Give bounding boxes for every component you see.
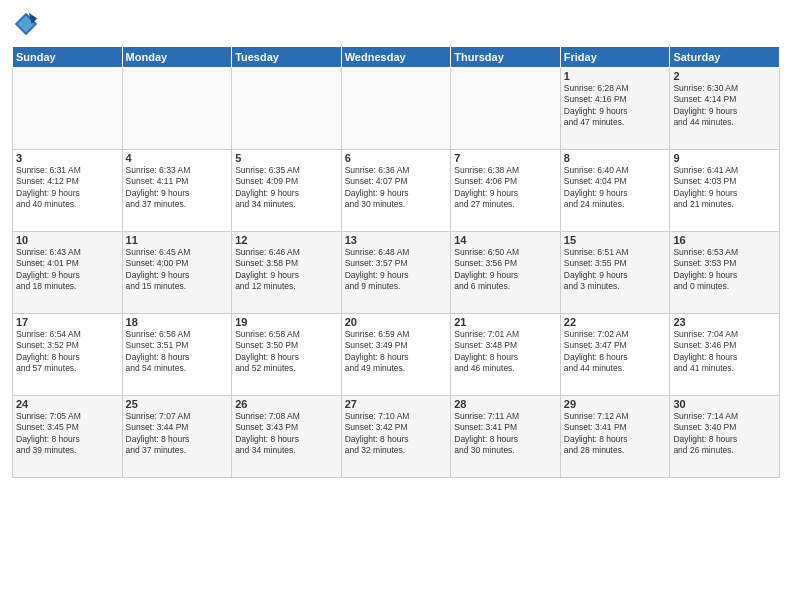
calendar-day-header: Friday [560, 47, 670, 68]
page: SundayMondayTuesdayWednesdayThursdayFrid… [0, 0, 792, 612]
day-info: Sunrise: 7:14 AM Sunset: 3:40 PM Dayligh… [673, 411, 776, 457]
day-number: 26 [235, 398, 338, 410]
day-info: Sunrise: 6:58 AM Sunset: 3:50 PM Dayligh… [235, 329, 338, 375]
day-number: 28 [454, 398, 557, 410]
day-number: 12 [235, 234, 338, 246]
day-info: Sunrise: 7:12 AM Sunset: 3:41 PM Dayligh… [564, 411, 667, 457]
day-number: 25 [126, 398, 229, 410]
calendar-cell: 29Sunrise: 7:12 AM Sunset: 3:41 PM Dayli… [560, 396, 670, 478]
day-number: 22 [564, 316, 667, 328]
calendar-cell: 18Sunrise: 6:56 AM Sunset: 3:51 PM Dayli… [122, 314, 232, 396]
day-number: 16 [673, 234, 776, 246]
day-info: Sunrise: 7:05 AM Sunset: 3:45 PM Dayligh… [16, 411, 119, 457]
calendar: SundayMondayTuesdayWednesdayThursdayFrid… [12, 46, 780, 478]
calendar-day-header: Tuesday [232, 47, 342, 68]
day-number: 21 [454, 316, 557, 328]
calendar-cell: 5Sunrise: 6:35 AM Sunset: 4:09 PM Daylig… [232, 150, 342, 232]
calendar-cell: 22Sunrise: 7:02 AM Sunset: 3:47 PM Dayli… [560, 314, 670, 396]
calendar-cell: 30Sunrise: 7:14 AM Sunset: 3:40 PM Dayli… [670, 396, 780, 478]
day-number: 3 [16, 152, 119, 164]
day-number: 13 [345, 234, 448, 246]
calendar-cell: 4Sunrise: 6:33 AM Sunset: 4:11 PM Daylig… [122, 150, 232, 232]
day-number: 30 [673, 398, 776, 410]
day-info: Sunrise: 6:59 AM Sunset: 3:49 PM Dayligh… [345, 329, 448, 375]
calendar-cell: 11Sunrise: 6:45 AM Sunset: 4:00 PM Dayli… [122, 232, 232, 314]
calendar-cell: 2Sunrise: 6:30 AM Sunset: 4:14 PM Daylig… [670, 68, 780, 150]
day-info: Sunrise: 6:46 AM Sunset: 3:58 PM Dayligh… [235, 247, 338, 293]
day-number: 11 [126, 234, 229, 246]
day-number: 23 [673, 316, 776, 328]
calendar-week-row: 3Sunrise: 6:31 AM Sunset: 4:12 PM Daylig… [13, 150, 780, 232]
calendar-header-row: SundayMondayTuesdayWednesdayThursdayFrid… [13, 47, 780, 68]
day-number: 5 [235, 152, 338, 164]
day-info: Sunrise: 6:50 AM Sunset: 3:56 PM Dayligh… [454, 247, 557, 293]
day-info: Sunrise: 6:36 AM Sunset: 4:07 PM Dayligh… [345, 165, 448, 211]
day-number: 1 [564, 70, 667, 82]
day-info: Sunrise: 6:45 AM Sunset: 4:00 PM Dayligh… [126, 247, 229, 293]
day-info: Sunrise: 6:51 AM Sunset: 3:55 PM Dayligh… [564, 247, 667, 293]
calendar-cell: 24Sunrise: 7:05 AM Sunset: 3:45 PM Dayli… [13, 396, 123, 478]
day-info: Sunrise: 6:28 AM Sunset: 4:16 PM Dayligh… [564, 83, 667, 129]
calendar-week-row: 10Sunrise: 6:43 AM Sunset: 4:01 PM Dayli… [13, 232, 780, 314]
calendar-cell: 1Sunrise: 6:28 AM Sunset: 4:16 PM Daylig… [560, 68, 670, 150]
calendar-cell: 15Sunrise: 6:51 AM Sunset: 3:55 PM Dayli… [560, 232, 670, 314]
day-number: 18 [126, 316, 229, 328]
calendar-cell: 26Sunrise: 7:08 AM Sunset: 3:43 PM Dayli… [232, 396, 342, 478]
day-number: 7 [454, 152, 557, 164]
calendar-cell: 9Sunrise: 6:41 AM Sunset: 4:03 PM Daylig… [670, 150, 780, 232]
day-number: 27 [345, 398, 448, 410]
day-info: Sunrise: 6:48 AM Sunset: 3:57 PM Dayligh… [345, 247, 448, 293]
day-info: Sunrise: 7:08 AM Sunset: 3:43 PM Dayligh… [235, 411, 338, 457]
calendar-cell: 13Sunrise: 6:48 AM Sunset: 3:57 PM Dayli… [341, 232, 451, 314]
day-info: Sunrise: 6:41 AM Sunset: 4:03 PM Dayligh… [673, 165, 776, 211]
calendar-cell: 19Sunrise: 6:58 AM Sunset: 3:50 PM Dayli… [232, 314, 342, 396]
day-number: 10 [16, 234, 119, 246]
day-number: 15 [564, 234, 667, 246]
calendar-cell: 27Sunrise: 7:10 AM Sunset: 3:42 PM Dayli… [341, 396, 451, 478]
logo [12, 10, 44, 38]
calendar-week-row: 17Sunrise: 6:54 AM Sunset: 3:52 PM Dayli… [13, 314, 780, 396]
day-info: Sunrise: 6:43 AM Sunset: 4:01 PM Dayligh… [16, 247, 119, 293]
calendar-cell: 6Sunrise: 6:36 AM Sunset: 4:07 PM Daylig… [341, 150, 451, 232]
calendar-cell [13, 68, 123, 150]
day-info: Sunrise: 6:38 AM Sunset: 4:06 PM Dayligh… [454, 165, 557, 211]
day-info: Sunrise: 7:01 AM Sunset: 3:48 PM Dayligh… [454, 329, 557, 375]
day-number: 6 [345, 152, 448, 164]
day-info: Sunrise: 6:54 AM Sunset: 3:52 PM Dayligh… [16, 329, 119, 375]
day-number: 14 [454, 234, 557, 246]
calendar-cell [341, 68, 451, 150]
calendar-week-row: 24Sunrise: 7:05 AM Sunset: 3:45 PM Dayli… [13, 396, 780, 478]
calendar-cell: 14Sunrise: 6:50 AM Sunset: 3:56 PM Dayli… [451, 232, 561, 314]
day-info: Sunrise: 6:53 AM Sunset: 3:53 PM Dayligh… [673, 247, 776, 293]
calendar-cell: 25Sunrise: 7:07 AM Sunset: 3:44 PM Dayli… [122, 396, 232, 478]
day-info: Sunrise: 6:31 AM Sunset: 4:12 PM Dayligh… [16, 165, 119, 211]
calendar-cell: 21Sunrise: 7:01 AM Sunset: 3:48 PM Dayli… [451, 314, 561, 396]
day-number: 4 [126, 152, 229, 164]
calendar-day-header: Wednesday [341, 47, 451, 68]
day-info: Sunrise: 6:35 AM Sunset: 4:09 PM Dayligh… [235, 165, 338, 211]
day-number: 17 [16, 316, 119, 328]
calendar-cell [122, 68, 232, 150]
calendar-day-header: Saturday [670, 47, 780, 68]
calendar-day-header: Thursday [451, 47, 561, 68]
day-info: Sunrise: 6:40 AM Sunset: 4:04 PM Dayligh… [564, 165, 667, 211]
calendar-cell [232, 68, 342, 150]
day-info: Sunrise: 6:30 AM Sunset: 4:14 PM Dayligh… [673, 83, 776, 129]
calendar-cell: 17Sunrise: 6:54 AM Sunset: 3:52 PM Dayli… [13, 314, 123, 396]
day-info: Sunrise: 6:56 AM Sunset: 3:51 PM Dayligh… [126, 329, 229, 375]
day-number: 8 [564, 152, 667, 164]
logo-icon [12, 10, 40, 38]
calendar-cell: 12Sunrise: 6:46 AM Sunset: 3:58 PM Dayli… [232, 232, 342, 314]
day-number: 20 [345, 316, 448, 328]
day-info: Sunrise: 7:07 AM Sunset: 3:44 PM Dayligh… [126, 411, 229, 457]
day-info: Sunrise: 6:33 AM Sunset: 4:11 PM Dayligh… [126, 165, 229, 211]
day-number: 24 [16, 398, 119, 410]
calendar-cell: 23Sunrise: 7:04 AM Sunset: 3:46 PM Dayli… [670, 314, 780, 396]
calendar-cell: 7Sunrise: 6:38 AM Sunset: 4:06 PM Daylig… [451, 150, 561, 232]
calendar-cell: 3Sunrise: 6:31 AM Sunset: 4:12 PM Daylig… [13, 150, 123, 232]
day-info: Sunrise: 7:02 AM Sunset: 3:47 PM Dayligh… [564, 329, 667, 375]
day-info: Sunrise: 7:10 AM Sunset: 3:42 PM Dayligh… [345, 411, 448, 457]
day-number: 9 [673, 152, 776, 164]
day-info: Sunrise: 7:04 AM Sunset: 3:46 PM Dayligh… [673, 329, 776, 375]
calendar-cell: 8Sunrise: 6:40 AM Sunset: 4:04 PM Daylig… [560, 150, 670, 232]
